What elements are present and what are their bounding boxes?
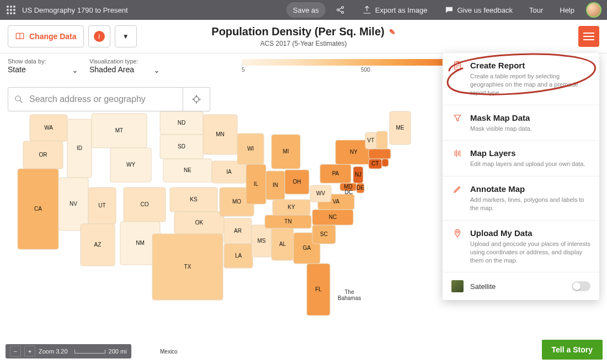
show-by-value: State — [8, 65, 74, 74]
pencil-icon: ✎ — [389, 28, 396, 36]
state-NE[interactable] — [163, 159, 212, 182]
state-UT[interactable] — [88, 188, 116, 224]
state-OK[interactable] — [174, 212, 224, 234]
panel-toggle-button[interactable] — [578, 26, 599, 47]
state-WV[interactable] — [310, 185, 331, 202]
state-MA[interactable] — [369, 149, 391, 159]
state-MD[interactable] — [340, 183, 356, 191]
tour-button[interactable]: Tour — [523, 2, 550, 18]
panel-item-title: Annotate Map — [470, 184, 590, 194]
state-AR[interactable] — [224, 218, 252, 244]
label-bahamas-1: The — [338, 289, 361, 295]
info-button[interactable]: i — [88, 25, 110, 47]
state-ME[interactable] — [390, 111, 411, 144]
user-avatar[interactable] — [586, 2, 601, 18]
state-OH[interactable] — [285, 170, 309, 194]
feedback-button[interactable]: Give us feedback — [438, 2, 519, 18]
tell-a-story-button[interactable]: Tell a Story — [542, 340, 603, 360]
map-tools-panel: Create ReportCreate a table report by se… — [443, 53, 599, 300]
crosshair-icon — [191, 94, 201, 104]
panel-item-title: Upload My Data — [470, 228, 590, 238]
variable-dropdown-button[interactable]: ▼ — [115, 25, 137, 47]
search-input[interactable]: Search address or geography — [8, 87, 183, 111]
panel-item-title: Create Report — [470, 61, 590, 70]
panel-item-desc: Upload and geocode your places of intere… — [470, 240, 590, 265]
filter-icon — [451, 113, 464, 133]
panel-item-report[interactable]: Create ReportCreate a table report by se… — [443, 53, 599, 105]
export-image-button[interactable]: Export as Image — [355, 2, 434, 18]
satellite-thumb-icon — [451, 280, 464, 292]
state-RI[interactable] — [382, 159, 388, 167]
panel-item-pencil[interactable]: Annotate MapAdd markers, lines, polygons… — [443, 176, 599, 221]
panel-item-title: Map Layers — [470, 148, 585, 158]
change-data-button[interactable]: Change Data — [8, 25, 84, 47]
satellite-label: Satellite — [470, 282, 496, 291]
pin-icon — [451, 228, 464, 265]
panel-item-filter[interactable]: Mask Map DataMask visible map data. — [443, 105, 599, 141]
state-CT[interactable] — [369, 159, 382, 169]
panel-item-layers[interactable]: Map LayersEdit map layers and upload you… — [443, 141, 599, 176]
state-ID[interactable] — [67, 119, 92, 178]
svg-point-4 — [194, 97, 199, 102]
state-KY[interactable] — [273, 200, 310, 215]
legend-tick: 500 — [361, 67, 370, 73]
state-IL[interactable] — [246, 164, 266, 204]
state-MN[interactable] — [203, 115, 237, 154]
legend-tick: 5 — [242, 67, 245, 73]
chevron-down-icon: ⌄ — [153, 66, 160, 74]
app-logo[interactable] — [0, 6, 22, 14]
show-data-by-select[interactable]: Show data by: State ⌄ — [0, 58, 82, 74]
state-ND[interactable] — [160, 111, 203, 135]
state-NJ[interactable] — [353, 167, 363, 183]
state-NC[interactable] — [312, 210, 353, 225]
panel-item-satellite[interactable]: Satellite — [443, 272, 599, 300]
state-MT[interactable] — [92, 114, 147, 148]
state-CO[interactable] — [124, 188, 166, 222]
state-CA[interactable] — [18, 169, 58, 249]
state-AL[interactable] — [271, 228, 294, 260]
state-DE[interactable] — [356, 183, 364, 193]
state-SD[interactable] — [160, 135, 203, 159]
zoom-in-button[interactable]: + — [24, 346, 35, 357]
state-PA[interactable] — [320, 164, 351, 183]
chevron-down-icon: ⌄ — [72, 66, 78, 74]
panel-item-desc: Mask visible map data. — [470, 125, 532, 133]
zoom-out-button[interactable]: − — [10, 346, 21, 357]
locate-me-button[interactable] — [183, 87, 210, 111]
state-NV[interactable] — [58, 178, 88, 231]
label-bahamas-2: Bahamas — [338, 295, 361, 301]
viz-type-select[interactable]: Visualization type: Shaded Area ⌄ — [82, 58, 163, 74]
share-icon — [336, 5, 345, 15]
state-VT[interactable] — [365, 132, 376, 149]
state-TN[interactable] — [265, 215, 311, 228]
subbar: Change Data i ▼ Population Density (Per … — [0, 20, 607, 53]
state-SC[interactable] — [312, 225, 336, 244]
save-as-button[interactable]: Save as — [286, 2, 326, 18]
state-OR[interactable] — [23, 141, 63, 169]
state-AZ[interactable] — [81, 224, 115, 266]
panel-item-pin[interactable]: Upload My DataUpload and geocode your pl… — [443, 221, 599, 273]
state-WY[interactable] — [110, 148, 151, 182]
svg-point-3 — [15, 96, 20, 101]
help-button[interactable]: Help — [553, 2, 581, 18]
state-MS[interactable] — [252, 225, 271, 257]
state-FL[interactable] — [307, 264, 330, 315]
state-LA[interactable] — [224, 244, 253, 268]
search-placeholder: Search address or geography — [29, 94, 146, 104]
state-KS[interactable] — [170, 188, 217, 212]
state-TX[interactable] — [152, 234, 223, 300]
state-NH[interactable] — [376, 131, 387, 149]
viz-value: Shaded Area — [89, 65, 156, 74]
state-IN[interactable] — [266, 171, 285, 200]
pencil-icon — [451, 184, 464, 212]
share-button[interactable] — [329, 2, 352, 18]
viz-label: Visualization type: — [89, 58, 156, 65]
project-name: US Demography 1790 to Present — [22, 6, 285, 14]
panel-item-desc: Add markers, lines, polygons and labels … — [470, 196, 590, 212]
state-WI[interactable] — [237, 133, 264, 164]
state-MI[interactable] — [271, 135, 300, 169]
change-data-label: Change Data — [29, 32, 77, 41]
state-WA[interactable] — [30, 115, 67, 141]
satellite-toggle[interactable] — [572, 281, 590, 291]
zoom-controls: − + Zoom 3.20 200 mi — [6, 344, 131, 358]
